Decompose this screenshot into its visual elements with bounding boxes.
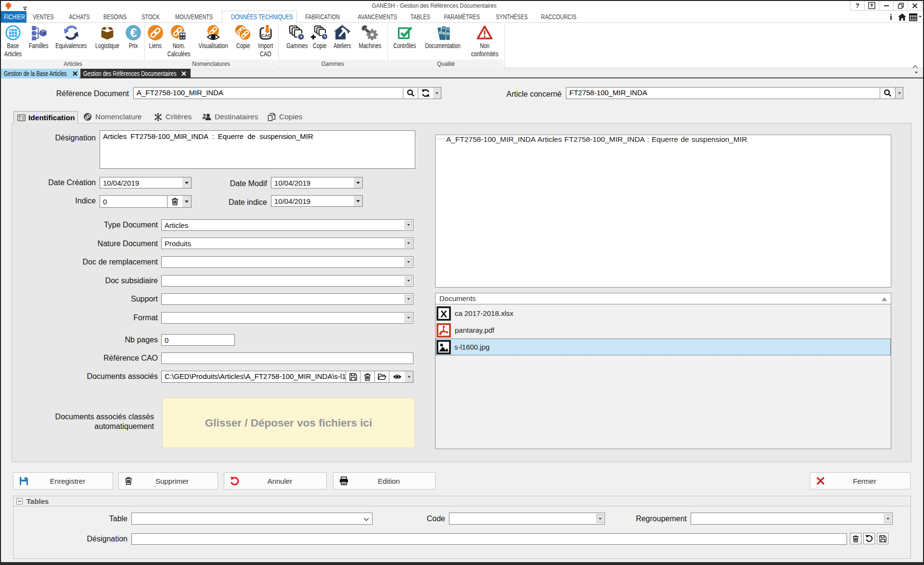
svg-text:X: X — [440, 308, 447, 319]
svg-text:CAO: CAO — [261, 33, 271, 38]
svg-text:€: € — [130, 26, 137, 39]
